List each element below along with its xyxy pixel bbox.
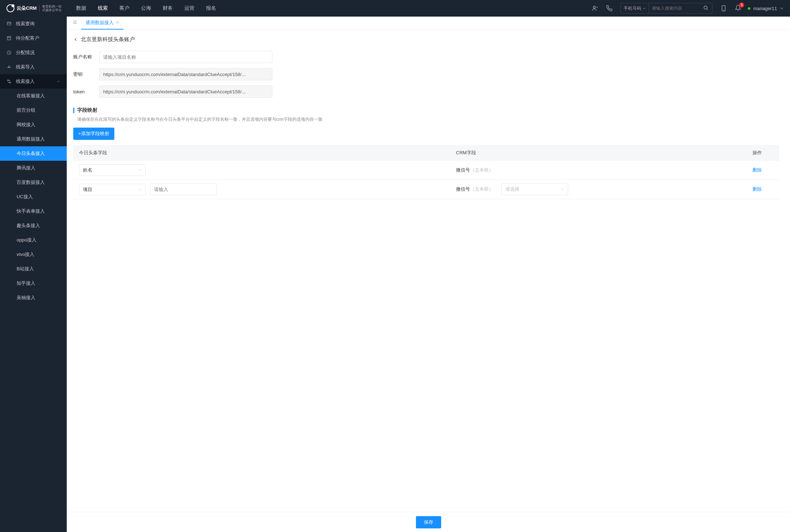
table-header: 操作 <box>747 145 779 161</box>
logo[interactable]: 云朵CRM 教育机构一站式服务云平台 <box>6 4 62 12</box>
topbar: 云朵CRM 教育机构一站式服务云平台 数据线索客户公海财务运营报名 手机号码 <box>0 0 790 17</box>
user-add-icon[interactable] <box>592 5 598 12</box>
chevron-icon <box>57 80 60 83</box>
sidebar: 线索查询待分配客户分配情况线索导入线索接入在线客服接入留言分组网校接入通用数据接… <box>0 17 67 532</box>
sidebar-sub-4[interactable]: 今日头条接入 <box>0 146 67 161</box>
input-secret[interactable] <box>99 68 272 80</box>
sidebar-item-4[interactable]: 线索接入 <box>0 74 67 89</box>
sidebar-sub-2[interactable]: 网校接入 <box>0 118 67 132</box>
tab-menu-icon[interactable] <box>69 20 81 26</box>
svg-point-1 <box>704 6 707 9</box>
nav-item-6[interactable]: 报名 <box>206 5 216 12</box>
sidebar-item-3[interactable]: 线索导入 <box>0 60 67 74</box>
sidebar-icon <box>6 21 12 26</box>
content: 北京昱新科技头条账户 账户名称 密钥 token 字段映射 <box>67 30 790 512</box>
chevron-down-icon <box>138 188 142 191</box>
username: manager11 <box>753 6 777 11</box>
tab-bar: 通用数据接入 ✕ <box>67 17 790 30</box>
sidebar-sub-6[interactable]: 百度数据接入 <box>0 175 67 190</box>
sidebar-sub-1[interactable]: 留言分组 <box>0 103 67 118</box>
crm-field-select[interactable]: 请选择 <box>501 183 568 195</box>
sidebar-sub-7[interactable]: UC接入 <box>0 190 67 204</box>
add-mapping-button[interactable]: +添加字段映射 <box>73 128 114 140</box>
crm-field-label: 微信号 <box>456 167 470 173</box>
nav-item-5[interactable]: 运营 <box>184 5 194 12</box>
input-account-name[interactable] <box>99 51 272 63</box>
sidebar-item-1[interactable]: 待分配客户 <box>0 31 67 45</box>
logo-text: 云朵CRM <box>17 5 37 12</box>
notification-bell[interactable]: 5 <box>735 5 741 12</box>
delete-link[interactable]: 删除 <box>752 186 762 192</box>
sidebar-icon <box>6 50 12 55</box>
crm-field-label: 微信号 <box>456 186 470 192</box>
logo-icon <box>6 4 14 12</box>
nav-item-3[interactable]: 公海 <box>141 5 151 12</box>
top-nav: 数据线索客户公海财务运营报名 <box>76 5 216 12</box>
sidebar-sub-8[interactable]: 快手表单接入 <box>0 204 67 218</box>
chevron-down-icon <box>780 6 784 10</box>
section-title: 字段映射 <box>73 107 779 114</box>
crm-field-hint: （文本框） <box>470 167 493 173</box>
label-secret: 密钥 <box>73 71 99 77</box>
sidebar-sub-14[interactable]: 美柚接入 <box>0 291 67 305</box>
tt-field-select[interactable]: 项目 <box>79 184 146 195</box>
status-dot-icon <box>748 7 750 10</box>
section-bar-icon <box>73 108 74 113</box>
crm-field-hint: （文本框） <box>470 186 493 192</box>
nav-item-2[interactable]: 客户 <box>119 5 130 12</box>
sidebar-item-0[interactable]: 线索查询 <box>0 17 67 31</box>
nav-item-1[interactable]: 线索 <box>98 5 108 12</box>
notification-badge: 5 <box>739 3 744 8</box>
table-row: 项目 微信号（文本框） 请选择删除 <box>73 180 779 199</box>
sidebar-item-2[interactable]: 分配情况 <box>0 45 67 60</box>
label-token: token <box>73 89 99 94</box>
sidebar-icon <box>6 36 12 41</box>
table-row: 姓名微信号（文本框）删除 <box>73 161 779 180</box>
mapping-table: 今日头条字段CRM字段操作 姓名微信号（文本框）删除项目 微信号（文本框） 请选… <box>73 145 779 199</box>
save-button[interactable]: 保存 <box>416 516 441 528</box>
table-header: 今日头条字段 <box>73 145 450 161</box>
sidebar-sub-12[interactable]: B站接入 <box>0 262 67 276</box>
svg-point-5 <box>7 80 9 81</box>
search-box: 手机号码 <box>620 3 712 14</box>
input-token[interactable] <box>99 85 272 98</box>
page-title: 北京昱新科技头条账户 <box>81 36 135 43</box>
sidebar-sub-5[interactable]: 腾讯接入 <box>0 161 67 175</box>
svg-point-6 <box>9 82 11 83</box>
tab-general-data[interactable]: 通用数据接入 ✕ <box>81 17 123 30</box>
sidebar-icon <box>6 79 12 84</box>
delete-link[interactable]: 删除 <box>752 167 762 173</box>
search-input[interactable] <box>649 6 699 11</box>
back-icon[interactable] <box>73 37 78 42</box>
svg-rect-3 <box>7 22 11 25</box>
sidebar-sub-0[interactable]: 在线客服接入 <box>0 89 67 103</box>
sidebar-sub-3[interactable]: 通用数据接入 <box>0 132 67 146</box>
sidebar-sub-9[interactable]: 趣头条接入 <box>0 218 67 233</box>
tab-label: 通用数据接入 <box>85 19 114 26</box>
mobile-icon[interactable] <box>720 5 727 12</box>
sidebar-sub-13[interactable]: 知乎接入 <box>0 276 67 291</box>
svg-point-0 <box>593 6 596 8</box>
main: 通用数据接入 ✕ 北京昱新科技头条账户 账户名称 密钥 t <box>67 17 790 532</box>
section-hint: 请确保您在此填写的头条自定义字段名称与在今日头条平台中自定义的字段名称一致，并且… <box>73 116 779 123</box>
phone-icon[interactable] <box>606 5 613 12</box>
table-header: CRM字段 <box>450 145 747 161</box>
tt-field-input[interactable] <box>150 183 217 195</box>
nav-item-0[interactable]: 数据 <box>76 5 86 12</box>
tab-close-icon[interactable]: ✕ <box>116 20 119 25</box>
chevron-down-icon <box>561 187 564 191</box>
search-type-select[interactable]: 手机号码 <box>621 3 649 13</box>
logo-subtitle: 教育机构一站式服务云平台 <box>39 5 62 12</box>
breadcrumb: 北京昱新科技头条账户 <box>73 36 779 43</box>
sidebar-sub-10[interactable]: oppo接入 <box>0 233 67 247</box>
sidebar-icon <box>6 65 12 70</box>
search-button[interactable] <box>699 5 712 12</box>
user-menu[interactable]: manager11 <box>748 6 784 11</box>
sidebar-sub-11[interactable]: vivo接入 <box>0 247 67 262</box>
nav-item-4[interactable]: 财务 <box>163 5 173 12</box>
footer: 保存 <box>67 512 790 532</box>
tt-field-select[interactable]: 姓名 <box>79 164 146 176</box>
chevron-down-icon <box>138 168 142 172</box>
label-account-name: 账户名称 <box>73 54 99 60</box>
